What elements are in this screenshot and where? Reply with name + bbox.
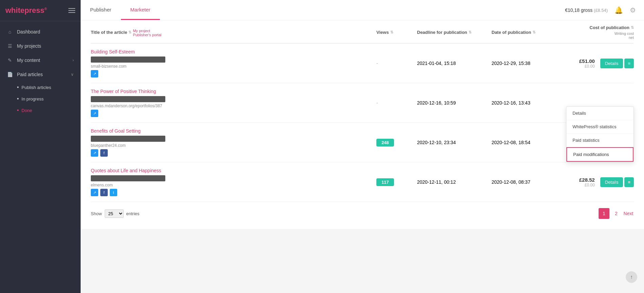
article-domain: small-bizsense.com (91, 64, 376, 69)
external-link-icon[interactable]: ↗ (91, 149, 98, 157)
cost-main: £51.00 (579, 58, 595, 64)
external-link-icon[interactable]: ↗ (91, 110, 98, 117)
sort-icon[interactable]: ⇅ (631, 25, 634, 30)
article-info: Quotes about Life and Happiness elmens.c… (91, 168, 376, 196)
sort-icon[interactable]: ⇅ (390, 30, 393, 35)
hamburger-icon[interactable] (68, 8, 75, 13)
views-cell: 117 (376, 178, 417, 186)
file-icon: 📄 (7, 71, 13, 77)
table-row: The Power of Positive Thinking canvas.md… (91, 83, 634, 123)
date-cell: 2020-12-16, 13:43 (492, 100, 566, 106)
header: Publisher Marketer €10,18 gross (£8.54) … (81, 0, 644, 20)
sidebar-item-my-content[interactable]: ✎ My content › (0, 53, 81, 67)
views-badge: 117 (376, 178, 394, 186)
col-deadline: Deadline for publication ⇅ (417, 30, 492, 35)
page-1-button[interactable]: 1 (599, 208, 609, 219)
date-cell: 2020-12-29, 15:38 (492, 61, 566, 66)
deadline-cell: 2021-01-04, 15:18 (417, 61, 492, 66)
article-domain: canvas.mdanderson.org/eportfolios/387 (91, 104, 376, 108)
sort-icon[interactable]: ⇅ (469, 30, 472, 35)
deadline-cell: 2020-12-16, 10:59 (417, 100, 492, 106)
cost-sub: £0.00 (579, 183, 595, 187)
table-header: Title of the article ⇅ My project Publis… (91, 20, 634, 44)
article-info: Building Self-Esteem small-bizsense.com … (91, 49, 376, 77)
sidebar-logo: whitepress® (0, 0, 81, 21)
table-row: Building Self-Esteem small-bizsense.com … (91, 44, 634, 83)
bullet-icon: • (17, 84, 19, 90)
tab-marketer[interactable]: Marketer (121, 0, 160, 20)
bullet-icon: • (17, 96, 19, 102)
action-group: Details ≡ (600, 59, 634, 68)
dropdown-item-details[interactable]: Details (566, 107, 633, 120)
sort-icon[interactable]: ⇅ (128, 30, 131, 35)
sidebar: whitepress® ⌂ Dashboard ☰ My projects ✎ … (0, 0, 81, 293)
sidebar-item-my-projects[interactable]: ☰ My projects (0, 39, 81, 53)
balance-gross: €10,18 gross (565, 7, 593, 13)
dropdown-item-wp-stats[interactable]: WhitePress® statistics (566, 120, 633, 134)
article-info: Benefits of Goal Setting bluepanther24.c… (91, 128, 376, 157)
sort-icon[interactable]: ⇅ (533, 30, 536, 35)
external-link-icon[interactable]: ↗ (91, 70, 98, 77)
cost-action-cell: £28.52 £0.00 Details ≡ (566, 177, 634, 187)
cost-col: £28.52 £0.00 (579, 177, 598, 187)
views-dash: - (376, 100, 378, 106)
col-date: Date of publication ⇅ (492, 30, 566, 35)
article-domain: elmens.com (91, 183, 376, 187)
article-title[interactable]: Building Self-Esteem (91, 49, 376, 54)
article-title[interactable]: Benefits of Goal Setting (91, 128, 376, 134)
sidebar-item-done[interactable]: • Done (0, 105, 81, 116)
sidebar-item-label: Dashboard (17, 29, 74, 35)
sidebar-item-label: Paid articles (17, 72, 67, 77)
entries-select[interactable]: 25 10 50 100 (105, 209, 124, 218)
facebook-icon[interactable]: f (100, 149, 108, 157)
logo-red: press (24, 6, 44, 15)
details-button[interactable]: Details (600, 59, 623, 68)
facebook-icon[interactable]: f (100, 189, 108, 196)
logo-white: white (5, 6, 24, 15)
articles-table-container: Title of the article ⇅ My project Publis… (81, 20, 644, 229)
views-cell: 248 (376, 139, 417, 146)
tab-publisher[interactable]: Publisher (81, 0, 121, 20)
cost-sub: £0.00 (579, 64, 595, 69)
cost-action-cell: £51.00 £0.00 Details ≡ (566, 58, 634, 69)
sidebar-item-label: My content (17, 58, 68, 63)
deadline-cell: 2020-12-11, 00:12 (417, 179, 492, 185)
dropdown-item-paid-stats[interactable]: Paid statistics (566, 134, 633, 147)
sidebar-item-publish-articles[interactable]: • Publish articles (0, 82, 81, 93)
external-link-icon[interactable]: ↗ (91, 189, 98, 196)
article-share-icons: ↗ (91, 110, 376, 117)
action-group: Details ≡ (600, 177, 634, 187)
sidebar-item-paid-articles[interactable]: 📄 Paid articles ∨ (0, 67, 81, 82)
article-domain: bluepanther24.com (91, 143, 376, 148)
deadline-cell: 2020-12-10, 23:34 (417, 140, 492, 145)
sidebar-nav: ⌂ Dashboard ☰ My projects ✎ My content ›… (0, 21, 81, 293)
chevron-right-icon: › (72, 58, 74, 63)
logo: whitepress® (5, 6, 47, 15)
article-title[interactable]: Quotes about Life and Happiness (91, 168, 376, 173)
notification-bell-icon[interactable]: 🔔 (615, 6, 623, 14)
sidebar-subitem-label: Done (22, 108, 32, 113)
views-cell: - (376, 61, 417, 66)
dropdown-item-paid-modifications[interactable]: Paid modifications (566, 147, 633, 162)
cost-col: £51.00 £0.00 (579, 58, 598, 69)
details-button[interactable]: Details (600, 177, 623, 187)
sidebar-item-in-progress[interactable]: • In progress (0, 93, 81, 105)
twitter-icon[interactable]: t (110, 189, 117, 196)
header-right: €10,18 gross (£8.54) 🔔 ⚙ (557, 0, 644, 20)
scroll-to-top-button[interactable]: ↑ (626, 271, 637, 283)
settings-gear-icon[interactable]: ⚙ (630, 6, 636, 14)
article-share-icons: ↗ (91, 70, 376, 77)
next-page-button[interactable]: Next (623, 208, 634, 219)
table-row: Quotes about Life and Happiness elmens.c… (91, 162, 634, 202)
sidebar-item-label: My projects (17, 43, 74, 49)
menu-button[interactable]: ≡ (624, 59, 634, 68)
page-2-button[interactable]: 2 (611, 208, 622, 219)
sidebar-subitem-label: In progress (22, 96, 44, 102)
entries-label: entries (126, 211, 140, 216)
article-title[interactable]: The Power of Positive Thinking (91, 89, 376, 94)
menu-button[interactable]: ≡ (624, 177, 634, 187)
date-cell: 2020-12-08, 08:37 (492, 179, 566, 185)
cost-main: £28.52 (579, 177, 595, 183)
sidebar-item-dashboard[interactable]: ⌂ Dashboard (0, 25, 81, 39)
date-cell: 2020-12-08, 18:54 (492, 140, 566, 145)
